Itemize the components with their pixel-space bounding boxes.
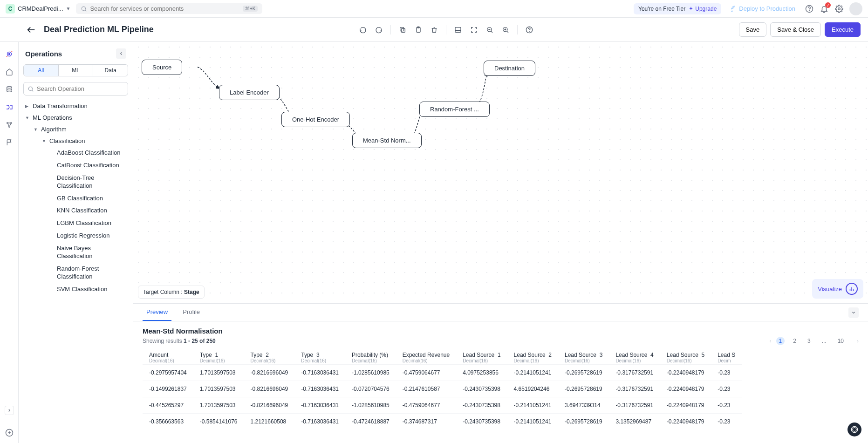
chevron-down-icon: ▼ xyxy=(34,127,38,132)
help-icon[interactable] xyxy=(805,4,814,14)
svg-point-22 xyxy=(8,54,10,55)
node-meanstd-norm[interactable]: Mean-Std Norm... xyxy=(352,133,422,148)
tree-algorithm[interactable]: ▼ Algorithm xyxy=(32,123,128,135)
target-column-chip: Target Column : Stage xyxy=(138,286,205,299)
page-next[interactable]: › xyxy=(857,338,859,344)
search-input[interactable] xyxy=(90,5,239,12)
visualize-button[interactable]: Visualize xyxy=(812,279,863,299)
tree-leaf-3[interactable]: GB Classification xyxy=(48,192,128,205)
operation-search-input[interactable] xyxy=(37,85,124,92)
node-label-encoder[interactable]: Label Encoder xyxy=(219,85,280,100)
rail-graph-icon[interactable] xyxy=(5,120,14,129)
column-header: Type_2Decimal(16) xyxy=(244,349,295,365)
tree-ml-operations[interactable]: ▼ ML Operations xyxy=(23,112,128,123)
table-cell: -0.374687317 xyxy=(396,414,456,430)
save-close-button[interactable]: Save & Close xyxy=(770,22,821,37)
avatar[interactable] xyxy=(849,2,862,15)
delete-button[interactable] xyxy=(427,23,441,37)
table-cell: -0.1499261837 xyxy=(143,381,193,397)
node-source[interactable]: Source xyxy=(142,60,182,75)
rail-home-icon[interactable] xyxy=(5,67,14,76)
table-cell: -0.2141051241 xyxy=(507,365,558,381)
page-10[interactable]: 10 xyxy=(835,337,847,345)
table-cell: -0.2141051241 xyxy=(507,414,558,430)
table-cell: -0.3176732591 xyxy=(609,397,660,414)
execute-button[interactable]: Execute xyxy=(825,22,861,37)
table-cell: -0.356663563 xyxy=(143,414,193,430)
paste-button[interactable] xyxy=(411,23,425,37)
upgrade-link[interactable]: Upgrade xyxy=(688,6,717,12)
tab-profile[interactable]: Profile xyxy=(179,304,204,321)
page-prev[interactable]: ‹ xyxy=(770,338,772,344)
undo-button[interactable] xyxy=(356,23,370,37)
tree-leaf-5[interactable]: LGBM Classification xyxy=(48,217,128,230)
rail-database-icon[interactable] xyxy=(5,85,14,94)
node-onehot-encoder[interactable]: One-Hot Encoder xyxy=(281,112,350,127)
tree-leaf-2[interactable]: Decision-Tree Classification xyxy=(48,172,128,192)
zoom-out-button[interactable] xyxy=(483,23,497,37)
copy-button[interactable] xyxy=(396,23,410,37)
tree-leaf-1[interactable]: CatBoost Classification xyxy=(48,159,128,172)
pipeline-canvas[interactable]: Source Label Encoder One-Hot Encoder Mea… xyxy=(133,42,868,303)
rail-add-icon[interactable] xyxy=(5,428,14,437)
table-cell: 3.1352969487 xyxy=(609,414,660,430)
chevron-down-icon: ▼ xyxy=(25,116,30,120)
zoom-in-button[interactable] xyxy=(499,23,513,37)
pipeline-wires xyxy=(133,42,868,303)
page-1[interactable]: 1 xyxy=(776,337,785,345)
results-count: Showing results 1 - 25 of 250 xyxy=(143,338,216,344)
panel-toggle-button[interactable] xyxy=(848,307,859,318)
notifications-icon[interactable]: 7 xyxy=(820,4,829,14)
page-title: Deal Prediction ML Pipeline xyxy=(44,25,154,34)
page-3[interactable]: 3 xyxy=(805,337,813,345)
svg-point-20 xyxy=(529,31,530,32)
svg-point-3 xyxy=(809,10,810,11)
tree-leaf-9[interactable]: SVM Classification xyxy=(48,283,128,296)
tree-leaf-6[interactable]: Logistic Regression xyxy=(48,230,128,242)
tree-classification[interactable]: ▼ Classification xyxy=(40,135,128,147)
tree-leaf-0[interactable]: AdaBoost Classification xyxy=(48,147,128,159)
deploy-button[interactable]: Deploy to Production xyxy=(727,3,799,14)
search-icon xyxy=(27,86,34,92)
panel-toggle-button[interactable] xyxy=(451,23,465,37)
search-shortcut: ⌘+K xyxy=(243,6,258,12)
operation-search[interactable] xyxy=(23,82,128,95)
table-cell: -0.23 xyxy=(711,397,742,414)
project-name: CRMDealPredi... xyxy=(18,5,63,12)
page-...[interactable]: ... xyxy=(819,337,829,345)
tree-data-transformation[interactable]: ▶ Data Transformation xyxy=(23,100,128,112)
fab-button[interactable] xyxy=(847,423,861,436)
table-cell: -0.3176732591 xyxy=(609,381,660,397)
column-header: Lead Source_3Decimal(16) xyxy=(558,349,609,365)
table-cell: -0.2695728619 xyxy=(558,414,609,430)
segment-ml[interactable]: ML xyxy=(59,65,94,76)
redo-button[interactable] xyxy=(372,23,386,37)
back-button[interactable] xyxy=(26,25,36,35)
tree-leaf-4[interactable]: KNN Classification xyxy=(48,204,128,217)
save-button[interactable]: Save xyxy=(739,22,767,37)
segment-all[interactable]: All xyxy=(24,65,59,76)
node-random-forest[interactable]: Random-Forest ... xyxy=(419,102,490,117)
table-cell: -0.23 xyxy=(711,414,742,430)
fullscreen-button[interactable] xyxy=(467,23,481,37)
rail-pipeline-icon[interactable] xyxy=(5,102,14,112)
segment-data[interactable]: Data xyxy=(93,65,128,76)
tab-preview[interactable]: Preview xyxy=(143,304,171,321)
column-header: Type_1Decimal(16) xyxy=(193,349,244,365)
rail-expand-icon[interactable] xyxy=(5,406,14,415)
tree-leaf-8[interactable]: Random-Forest Classification xyxy=(48,263,128,283)
global-search[interactable]: ⌘+K xyxy=(76,3,262,14)
table-cell: -0.4759064677 xyxy=(396,365,456,381)
table-cell: 1.2121660508 xyxy=(244,414,295,430)
project-selector[interactable]: C CRMDealPredi... ▼ xyxy=(6,4,70,14)
rail-ai-icon[interactable] xyxy=(5,49,14,59)
svg-rect-6 xyxy=(402,28,405,32)
settings-icon[interactable] xyxy=(834,4,844,14)
tree-leaf-7[interactable]: Naive Bayes Classification xyxy=(48,242,128,263)
page-2[interactable]: 2 xyxy=(790,337,799,345)
node-destination[interactable]: Destination xyxy=(484,61,535,76)
help-tool-button[interactable] xyxy=(522,23,536,37)
rail-flag-icon[interactable] xyxy=(5,138,14,147)
collapse-sidebar-button[interactable] xyxy=(116,48,126,59)
tier-text: You're on Free Tier xyxy=(638,6,685,12)
